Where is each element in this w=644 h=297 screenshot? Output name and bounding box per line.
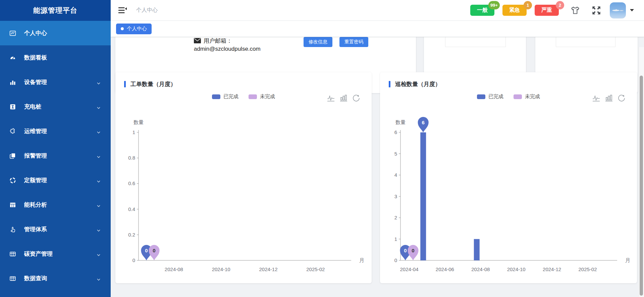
sidebar-item-7[interactable]: 能耗分析 [0,193,111,217]
legend-label-undone[interactable]: 未完成 [260,93,275,100]
chevron-down-icon [97,252,101,256]
side-card-2-box [556,37,615,47]
charging-pile-icon [9,103,16,110]
sidebar-item-2[interactable]: 设备管理 [0,70,111,94]
toolbox-refresh-icon[interactable] [352,94,360,102]
svg-text:数量: 数量 [395,119,406,125]
toolbox-refresh-icon[interactable] [618,94,626,102]
svg-text:1: 1 [394,236,397,242]
reset-password-button[interactable]: 重置密码 [339,37,368,47]
edit-info-button[interactable]: 修改信息 [304,37,332,47]
sidebar-item-0[interactable]: 个人中心 [0,21,111,45]
theme-shirt-icon[interactable] [570,6,580,15]
grid-icon [9,251,16,257]
header-right: 一般99+紧急1严重2 [462,2,634,18]
chart-head: 工单数量（月度） [115,72,372,88]
chart-toolbox [592,94,626,102]
legend-chip-undone[interactable] [249,94,257,99]
tag-active-dot [121,27,124,30]
chevron-down-icon [97,178,101,182]
svg-text:2024-08: 2024-08 [165,266,183,272]
sidebar-item-label: 数据看板 [24,54,47,61]
email-row: 用户邮箱： [194,37,232,45]
svg-text:2024-12: 2024-12 [543,266,561,272]
alarm-label: 严重 [541,7,552,13]
scrollbar-track[interactable] [639,47,644,297]
fold-menu-icon[interactable] [118,7,127,14]
sidebar-item-label: 充电桩 [24,103,41,111]
side-card-1-box [445,37,506,47]
email-value: admin@szcloudpulse.com [194,46,261,52]
legend-bar: 已完成 未完成 [115,93,372,103]
legend-chip-done[interactable] [477,94,485,99]
scrollbar-thumb[interactable] [640,76,643,296]
legend-label-undone[interactable]: 未完成 [525,93,540,100]
svg-text:2024-06: 2024-06 [436,266,454,272]
sidebar-item-6[interactable]: 定额管理 [0,168,111,193]
svg-text:0.6: 0.6 [128,180,135,186]
svg-text:0.4: 0.4 [128,206,135,212]
alarm-label: 一般 [477,7,488,13]
tag-label: 个人中心 [127,26,147,32]
sidebar-item-label: 碳资产管理 [24,250,53,258]
toolbox-line-icon[interactable] [592,94,600,102]
toolbox-bar-icon[interactable] [605,94,613,102]
app-window: 能源管理平台 个人中心数据看板设备管理充电桩运维管理报警管理定额管理能耗分析管理… [0,0,644,297]
chart-image-icon [9,30,16,37]
workorder-chart-plot[interactable]: 数量00.20.40.60.812024-082024-102024-12202… [115,113,372,283]
inspection-chart-plot[interactable]: 数量01234562024-042024-062024-082024-10202… [380,113,637,283]
svg-text:数量: 数量 [133,119,144,125]
sidebar-item-label: 定额管理 [24,176,47,184]
sidebar-item-5[interactable]: 报警管理 [0,143,111,168]
sidebar-menu: 个人中心数据看板设备管理充电桩运维管理报警管理定额管理能耗分析管理体系碳资产管理… [0,21,111,291]
sidebar-item-10[interactable]: 数据查询 [0,266,111,291]
legend-label-done[interactable]: 已完成 [488,93,503,100]
alarm-button-0[interactable]: 一般99+ [470,5,494,16]
legend-chip-done[interactable] [212,94,220,99]
sidebar-item-label: 设备管理 [24,78,47,86]
sidebar-item-3[interactable]: 充电桩 [0,94,111,119]
sidebar-item-label: 数据查询 [24,274,47,282]
ring-segments-icon [9,177,16,184]
chart-legend: 已完成 未完成 [212,93,275,100]
chart-card-workorder: 工单数量（月度） 已完成 未完成 [115,72,372,283]
avatar[interactable] [610,2,626,18]
toolbox-line-icon[interactable] [327,94,335,102]
avatar-dropdown-caret[interactable] [630,9,634,11]
sidebar-item-9[interactable]: 碳资产管理 [0,242,111,266]
svg-text:2024-10: 2024-10 [507,266,526,272]
chevron-down-icon [97,277,101,281]
fullscreen-icon[interactable] [592,6,601,15]
tag-personal-center[interactable]: 个人中心 [116,24,152,34]
chevron-down-icon [97,80,101,84]
alarm-badge: 2 [556,1,564,9]
legend-label-done[interactable]: 已完成 [223,93,238,100]
toolbox-bar-icon[interactable] [340,94,347,102]
chart-legend: 已完成 未完成 [477,93,540,100]
svg-text:0: 0 [153,248,155,253]
email-icon [194,38,201,43]
grid-icon [9,275,16,282]
svg-text:2025-02: 2025-02 [578,266,597,272]
svg-text:2: 2 [394,215,397,220]
svg-text:0: 0 [394,257,397,263]
chart-title: 工单数量（月度） [130,80,176,88]
alarm-button-2[interactable]: 严重2 [535,5,559,16]
breadcrumb: 个人中心 [136,7,158,14]
alarm-button-1[interactable]: 紧急1 [502,5,527,16]
svg-text:0: 0 [132,257,135,263]
svg-text:0: 0 [412,248,414,253]
sidebar-item-label: 能耗分析 [24,201,47,209]
sidebar-item-8[interactable]: 管理体系 [0,217,111,242]
bar-chart-icon [9,79,16,86]
svg-text:2024-04: 2024-04 [400,266,418,272]
alarm-badge: 99+ [488,1,500,9]
sidebar-item-1[interactable]: 数据看板 [0,45,111,70]
main-area: 个人中心 一般99+紧急1严重2 [111,0,644,297]
sidebar-item-label: 管理体系 [24,225,47,233]
svg-text:4: 4 [394,172,397,178]
svg-text:0.2: 0.2 [128,232,135,238]
sidebar-item-4[interactable]: 运维管理 [0,119,111,143]
app-title: 能源管理平台 [0,0,111,21]
legend-chip-undone[interactable] [514,94,522,99]
